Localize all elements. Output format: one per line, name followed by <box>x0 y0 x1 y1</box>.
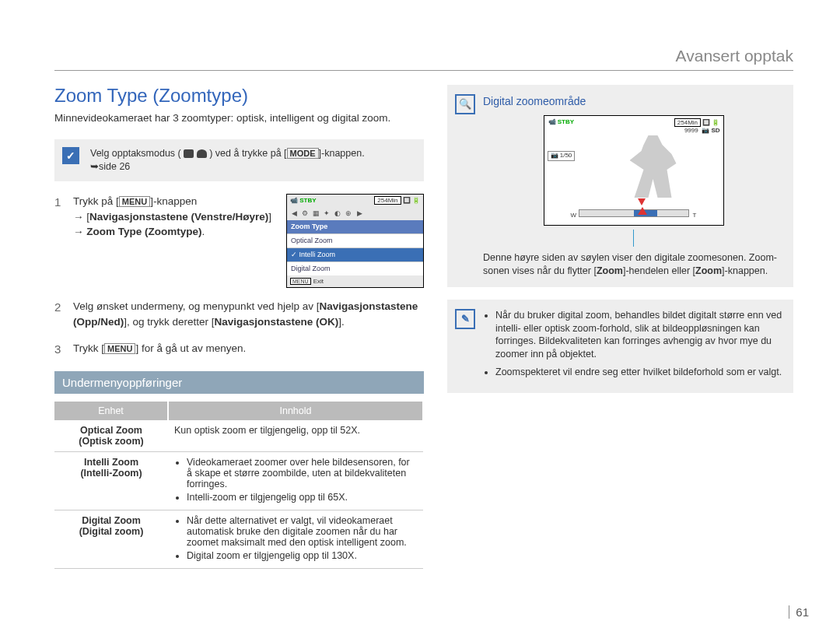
cam-menu-title: Zoom Type <box>287 220 423 233</box>
check-icon <box>62 147 79 164</box>
t: ]-knappen. <box>722 265 768 276</box>
t: ]-hendelen eller [ <box>623 265 695 276</box>
bullet: Digital zoom er tilgjengelig opp til 130… <box>187 550 417 561</box>
mode-note-prefix: Velg opptaksmodus ( <box>90 148 181 159</box>
step-3: Trykk [MENU] for å gå ut av menyen. <box>54 341 424 356</box>
section-title: Zoom Type (Zoomtype) <box>54 85 424 107</box>
t: Trykk på [ <box>73 195 119 207</box>
silhouette-icon <box>630 135 677 198</box>
magnify-icon: 🔍 <box>455 94 475 114</box>
unit-name: Digital Zoom <box>82 515 141 526</box>
col-header-content: Innhold <box>168 402 423 420</box>
digital-zoom-box: 🔍 Digital zoomeområde 📹 STBY 254Min 🔲 🔋 … <box>447 85 793 287</box>
unit-translation: (Optisk zoom) <box>79 436 143 447</box>
bullet: Når dette alternativet er valgt, vil vid… <box>187 515 417 548</box>
t: ]-knappen <box>150 195 197 207</box>
intro-text: Minnevideokameraet har 3 zoomtyper: opti… <box>54 111 424 125</box>
mode-note-page: ➥side 26 <box>90 161 130 172</box>
t: Trykk [ <box>73 342 104 354</box>
step-1: Trykk på [MENU]-knappen → [Navigasjonsta… <box>54 194 424 288</box>
bullet: Videokameraet zoomer over hele bildesens… <box>187 457 417 489</box>
camera-menu-mock: 📹 STBY 254Min 🔲 🔋 ◀⚙▦✦◐⊕▶ Zoom Type Opti… <box>286 194 424 288</box>
bullet: Intelli-zoom er tilgjengelig opp til 65X… <box>187 492 417 503</box>
t: → [ <box>73 211 89 223</box>
unit-translation: (Digital zoom) <box>79 526 144 537</box>
t: Velg ønsket undermeny, og menypunkt ved … <box>73 300 319 312</box>
t: . <box>202 226 205 237</box>
cell-content: Kun optisk zoom er tilgjengelig, opp til… <box>168 420 423 452</box>
col-header-unit: Enhet <box>54 402 168 420</box>
submenu-heading: Undermenyoppføringer <box>54 371 424 394</box>
table-row: Digital Zoom(Digital zoom) Når dette alt… <box>54 510 423 569</box>
step-2: Velg ønsket undermeny, og menypunkt ved … <box>54 299 424 329</box>
camera-icon: 📷 <box>551 152 558 159</box>
shutter-fraction: 1/50 <box>560 152 572 159</box>
cam-menu-item: Optical Zoom <box>287 233 423 247</box>
zoom-slider <box>579 209 689 217</box>
stby-label: STBY <box>558 118 574 125</box>
photo-mode-icon <box>197 149 207 158</box>
rec-time: 254Min <box>674 118 701 127</box>
page: Avansert opptak Zoom Type (Zoomtype) Min… <box>0 0 840 642</box>
bullet: Zoomspekteret vil endre seg etter hvilke… <box>495 366 784 379</box>
mode-note-box: Velg opptaksmodus ( ) ved å trykke på [M… <box>54 139 424 181</box>
zoom-w-label: W <box>571 212 577 220</box>
exit-label: Exit <box>313 278 324 285</box>
t: Zoom Type (Zoomtype) <box>86 226 201 237</box>
unit-name: Intelli Zoom <box>84 457 138 468</box>
mode-note-suffix: ) ved å trykke på [ <box>209 148 286 159</box>
submenu-table: Enhet Innhold Optical Zoom(Optisk zoom) … <box>54 402 424 569</box>
content-columns: Zoom Type (Zoomtype) Minnevideokameraet … <box>54 85 793 569</box>
table-row: Intelli Zoom(Intelli-Zoom) Videokameraet… <box>54 452 423 510</box>
zoom-t-label: T <box>693 212 697 220</box>
camera-screen-mock: 📹 STBY 254Min 🔲 🔋 9999 📷 SD 📷 1/50 W <box>544 115 724 226</box>
page-number: 61 <box>789 605 809 619</box>
cam-menu-item: Digital Zoom <box>287 261 423 275</box>
right-column: 🔍 Digital zoomeområde 📹 STBY 254Min 🔲 🔋 … <box>447 85 793 569</box>
steps-list: Trykk på [MENU]-knappen → [Navigasjonsta… <box>54 194 424 356</box>
t: Zoom <box>597 265 623 276</box>
sd-label: SD <box>711 127 719 134</box>
table-row: Optical Zoom(Optisk zoom) Kun optisk zoo… <box>54 420 423 452</box>
rec-time: 254Min <box>374 196 401 205</box>
t: ], og trykk deretter [ <box>124 316 214 328</box>
unit-translation: (Intelli-Zoom) <box>80 468 142 479</box>
menu-key: MENU <box>104 343 135 354</box>
t: Zoom <box>695 265 722 276</box>
video-mode-icon <box>184 149 194 158</box>
bullet: Når du bruker digital zoom, behandles bi… <box>495 309 784 362</box>
cam-menu-item-selected: Intelli Zoom <box>287 247 423 261</box>
breadcrumb: Avansert opptak <box>54 47 793 71</box>
stby-label: STBY <box>299 197 316 204</box>
mode-note-tail: ]-knappen. <box>319 148 365 159</box>
pointer-line-icon <box>633 230 634 247</box>
unit-name: Optical Zoom <box>80 425 142 436</box>
t: ]. <box>338 316 345 328</box>
menu-key: MENU <box>119 196 150 207</box>
box-title: Digital zoomeområde <box>483 94 784 109</box>
t: Navigasjonstastene (OK) <box>215 316 339 328</box>
menu-key-icon: MENU <box>290 278 311 285</box>
caption: Denne høyre siden av søylen viser den di… <box>483 251 784 278</box>
left-column: Zoom Type (Zoomtype) Minnevideokameraet … <box>54 85 424 569</box>
t: ] for å gå ut av menyen. <box>135 342 246 354</box>
shot-count: 9999 <box>684 127 698 134</box>
mode-key: MODE <box>287 148 319 159</box>
info-note-box: ✎ Når du bruker digital zoom, behandles … <box>447 300 793 393</box>
t: Navigasjonstastene (Venstre/Høyre) <box>89 211 268 223</box>
info-icon: ✎ <box>455 309 475 329</box>
